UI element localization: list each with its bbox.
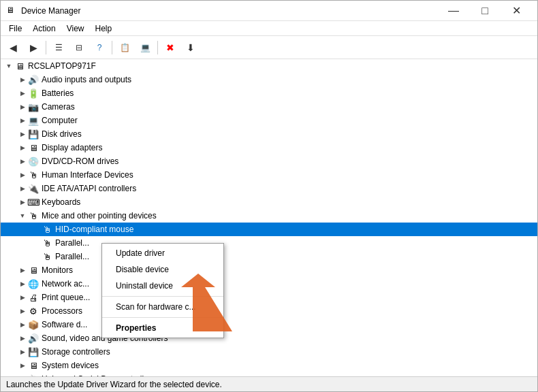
tb-uninstall[interactable]: ✖ <box>161 38 180 57</box>
tree-item-keyboards[interactable]: ▶ ⌨ Keyboards <box>1 195 537 209</box>
status-bar: Launches the Update Driver Wizard for th… <box>1 376 537 391</box>
tree-item-mice[interactable]: ▼ 🖱 Mice and other pointing devices <box>1 209 537 223</box>
tree-item-dvdcdrom[interactable]: ▶ 💿 DVD/CD-ROM drives <box>1 154 537 168</box>
tree-item-computer[interactable]: ▶ 💻 Computer <box>1 114 537 127</box>
tb-separator-3 <box>157 41 158 54</box>
softwaredev-expander: ▶ <box>17 319 28 330</box>
title-bar: 🖥 Device Manager — □ ✕ <box>1 1 537 21</box>
mice-label: Mice and other pointing devices <box>42 211 157 220</box>
tb-back[interactable]: ◀ <box>3 38 22 57</box>
ctx-uninstall-device[interactable]: Uninstall device <box>102 278 223 294</box>
mice-icon: 🖱 <box>28 210 39 221</box>
parallel2-icon: 🖱 <box>42 251 52 262</box>
networkac-label: Network ac... <box>42 279 89 289</box>
audio-icon: 🔊 <box>28 74 39 85</box>
computer-expander: ▶ <box>17 115 28 126</box>
toolbar: ◀ ▶ ☰ ⊟ ? 📋 💻 ✖ ⬇ <box>1 36 537 59</box>
tb-help[interactable]: ? <box>90 38 109 57</box>
printqueue-label: Print queue... <box>42 293 90 302</box>
app-icon: 🖥 <box>6 5 17 16</box>
dvdcdrom-icon: 💿 <box>28 156 39 167</box>
diskdrives-expander: ▶ <box>17 129 28 140</box>
processors-expander: ▶ <box>17 306 28 316</box>
tree-item-batteries[interactable]: ▶ 🔋 Batteries <box>1 86 537 100</box>
menu-bar: File Action View Help <box>1 21 537 36</box>
parallel1-icon: 🖱 <box>42 238 52 248</box>
menu-view[interactable]: View <box>61 21 90 36</box>
window-controls: — □ ✕ <box>438 1 532 21</box>
keyboards-label: Keyboards <box>42 197 80 207</box>
ideata-icon: 🔌 <box>28 183 39 194</box>
dvdcdrom-label: DVD/CD-ROM drives <box>42 157 118 166</box>
ctx-update-driver[interactable]: Update driver <box>102 245 223 261</box>
tb-separator-1 <box>46 41 46 54</box>
tree-item-diskdrives[interactable]: ▶ 💾 Disk drives <box>1 127 537 141</box>
tb-computer[interactable]: 💻 <box>136 38 155 57</box>
displayadapters-label: Display adapters <box>42 143 102 152</box>
hid-mouse-label: HID-compliant mouse <box>55 225 133 234</box>
ctx-scan-hardware[interactable]: Scan for hardware c... <box>102 299 223 315</box>
tree-item-storagecontrollers[interactable]: ▶ 💾 Storage controllers <box>1 345 537 359</box>
tree-item-hid[interactable]: ▶ 🖱 Human Interface Devices <box>1 168 537 182</box>
menu-action[interactable]: Action <box>27 21 61 36</box>
root-icon: 🖥 <box>14 61 25 71</box>
diskdrives-icon: 💾 <box>28 129 39 140</box>
root-expander: ▼ <box>3 61 14 71</box>
device-tree[interactable]: ▼ 🖥 RCSLAPTOP971F ▶ 🔊 Audio inputs and o… <box>1 59 537 376</box>
systemdevices-expander: ▶ <box>17 360 28 371</box>
ctx-disable-device[interactable]: Disable device <box>102 261 223 278</box>
tree-item-processors[interactable]: ▶ ⚙ Processors <box>1 304 537 318</box>
tb-forward[interactable]: ▶ <box>24 38 43 57</box>
ctx-separator-1 <box>102 296 223 297</box>
tree-item-softwaredev[interactable]: ▶ 📦 Software d... <box>1 318 537 331</box>
softwaredev-label: Software d... <box>42 320 87 329</box>
tree-item-audio[interactable]: ▶ 🔊 Audio inputs and outputs <box>1 73 537 86</box>
soundvideo-icon: 🔊 <box>28 333 39 344</box>
minimize-button[interactable]: — <box>438 1 469 21</box>
close-button[interactable]: ✕ <box>501 1 532 21</box>
tree-item-parallel1[interactable]: 🖱 Parallel... <box>1 236 537 250</box>
tree-root[interactable]: ▼ 🖥 RCSLAPTOP971F <box>1 59 537 73</box>
context-menu: Update driver Disable device Uninstall d… <box>101 243 224 338</box>
displayadapters-expander: ▶ <box>17 142 28 153</box>
mice-expander: ▼ <box>17 210 28 221</box>
tb-separator-2 <box>112 41 112 54</box>
tree-item-networkac[interactable]: ▶ 🌐 Network ac... <box>1 277 537 291</box>
tree-item-displayadapters[interactable]: ▶ 🖥 Display adapters <box>1 141 537 154</box>
cameras-expander: ▶ <box>17 101 28 112</box>
tb-scan[interactable]: 📋 <box>115 38 134 57</box>
parallel2-expander <box>31 251 42 262</box>
tb-drivers[interactable]: ⊟ <box>69 38 89 57</box>
tree-item-systemdevices[interactable]: ▶ 🖥 System devices <box>1 359 537 372</box>
diskdrives-label: Disk drives <box>42 129 82 139</box>
tb-update[interactable]: ⬇ <box>181 38 200 57</box>
tree-item-cameras[interactable]: ▶ 📷 Cameras <box>1 100 537 114</box>
tree-item-printqueue[interactable]: ▶ 🖨 Print queue... <box>1 291 537 304</box>
monitors-label: Monitors <box>42 265 73 275</box>
ctx-separator-2 <box>102 317 223 318</box>
tree-item-ideata[interactable]: ▶ 🔌 IDE ATA/ATAPI controllers <box>1 182 537 195</box>
menu-help[interactable]: Help <box>90 21 118 36</box>
monitors-expander: ▶ <box>17 265 28 276</box>
tb-properties[interactable]: ☰ <box>49 38 68 57</box>
networkac-expander: ▶ <box>17 278 28 289</box>
tree-item-parallel2[interactable]: 🖱 Parallel... <box>1 250 537 263</box>
ideata-expander: ▶ <box>17 183 28 194</box>
usb-expander: ▶ <box>17 374 28 376</box>
tree-item-usb[interactable]: ▶ 🔌 Universal Serial Bus controllers <box>1 372 537 376</box>
parallel1-expander <box>31 238 42 248</box>
keyboards-icon: ⌨ <box>28 197 39 208</box>
maximize-button[interactable]: □ <box>469 1 501 21</box>
usb-icon: 🔌 <box>28 374 39 376</box>
usb-label: Universal Serial Bus controllers <box>42 374 155 376</box>
tree-item-monitors[interactable]: ▶ 🖥 Monitors <box>1 263 537 277</box>
systemdevices-icon: 🖥 <box>28 360 39 371</box>
cameras-icon: 📷 <box>28 101 39 112</box>
tree-item-soundvideo[interactable]: ▶ 🔊 Sound, video and game controllers <box>1 331 537 345</box>
ctx-properties[interactable]: Properties <box>102 320 223 336</box>
tree-item-hid-mouse[interactable]: 🖱 HID-compliant mouse <box>1 223 537 236</box>
processors-icon: ⚙ <box>28 306 39 316</box>
menu-file[interactable]: File <box>3 21 27 36</box>
content-area: PC ▼ 🖥 RCSLAPTOP971F ▶ 🔊 Audio inputs an… <box>1 59 537 376</box>
batteries-icon: 🔋 <box>28 88 39 99</box>
